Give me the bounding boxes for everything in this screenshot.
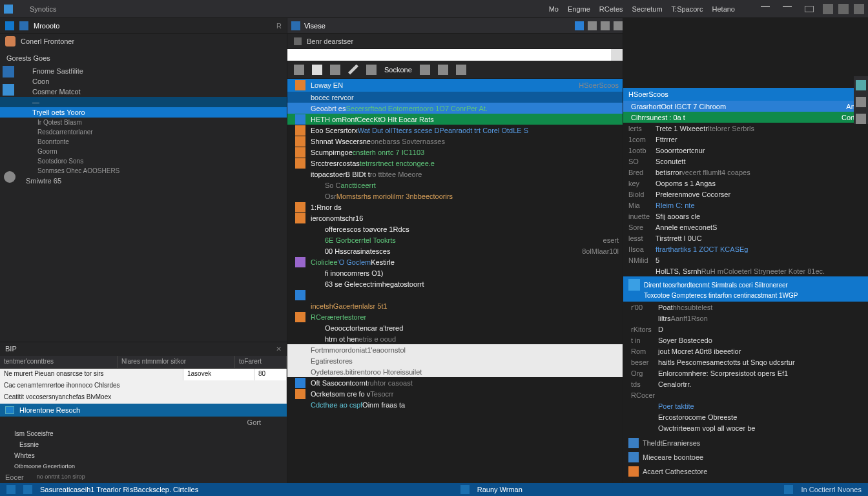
content-row[interactable]: 00 Hsscrasinatesces8olMlaar10l — [287, 245, 623, 256]
list-item[interactable]: Whrtes — [0, 450, 287, 461]
tree-row[interactable]: Fnome Sastfilite — [0, 66, 287, 76]
tree-row[interactable]: Resdcarrentorlaner — [0, 127, 287, 137]
sync-icon[interactable] — [823, 4, 833, 14]
tab-action-icon[interactable] — [575, 21, 584, 30]
right-entry[interactable]: tdsCenalortrr. — [623, 378, 868, 389]
list-item[interactable]: Otbmoone Gecertiorton — [0, 461, 287, 471]
content-row[interactable]: RCerærertestorer — [287, 311, 623, 322]
menu-hetano[interactable]: Hetano — [712, 5, 735, 13]
content-row[interactable]: Eoo Scersrtorx Wat Dut ollTtecrs scese D… — [287, 125, 623, 136]
col-header[interactable]: Nlares ntmnmlor sitkor — [118, 356, 235, 368]
content-row[interactable]: Scumpirngoe cnsterh onrtc 7 IC1103 — [287, 147, 623, 158]
tool-icon[interactable] — [420, 65, 430, 75]
tool-icon[interactable] — [330, 65, 340, 75]
right-entry[interactable]: beserhaitls Pescomesamectotts ut Snqo ud… — [623, 356, 868, 367]
right-entry[interactable]: liltrs Aanff1Rson — [623, 313, 868, 324]
content-row[interactable]: So C anctticeerrt — [287, 180, 623, 191]
right-entry[interactable]: IIsoaftrarthartiks 1 ZOCT KCASEg — [623, 243, 868, 254]
right-entry[interactable]: inuetteSfij aooars cle — [623, 211, 868, 222]
content-row[interactable]: Loway ENHSoerScoos — [287, 79, 623, 92]
tree-row-selected[interactable]: Tryell oets Yooro — [0, 107, 287, 118]
right-entry[interactable]: Owctrirteeam vopl all wocer be — [623, 422, 868, 433]
close-icon[interactable]: ⨯ — [276, 345, 282, 353]
right-footer-item[interactable]: Acaert Cathesectore — [623, 464, 868, 479]
right-entry[interactable]: 1ootbSooorrtoertcnur — [623, 145, 868, 156]
tool-icon[interactable] — [438, 65, 448, 75]
right-entry[interactable]: Romjout Mocret A0rt8 ibeeetior — [623, 346, 868, 356]
right-entry[interactable]: HolLTS, Ssrnh RuH mColoeterl Stryneeter … — [623, 265, 868, 276]
status-icon[interactable] — [460, 485, 470, 494]
status-icon[interactable] — [6, 485, 16, 494]
tool-icon[interactable] — [312, 65, 322, 75]
tab-action-icon[interactable] — [601, 21, 610, 30]
content-row[interactable]: incetshGacertenlalsr 5t1 — [287, 300, 623, 311]
content-row[interactable]: Ocrketsom cre fo v Tesocrr — [287, 388, 623, 399]
grid-row[interactable]: Cac cenamternrertoe ihonnoco Chlsrdes — [0, 380, 287, 392]
status-icon[interactable] — [23, 485, 32, 494]
right-entry[interactable]: MiaRleim C: nte — [623, 200, 868, 211]
content-row[interactable]: HETH om RonfCeecKtO HIt Eocar Rats — [287, 114, 623, 125]
right-entry[interactable]: 1comFttrrrer — [623, 134, 868, 145]
list-item[interactable]: Essnie — [0, 439, 287, 450]
content-row[interactable]: Cioliclee 'O Goclem Kestirle — [287, 256, 623, 267]
tab-action-icon[interactable] — [588, 21, 597, 30]
trash-icon[interactable] — [456, 65, 466, 75]
ext-icon[interactable] — [854, 4, 864, 14]
content-row[interactable]: Osr Momstsrhs moriolilmr 3nbbeectoorirs — [287, 191, 623, 202]
right-footer-item[interactable]: TheldtEnranierses — [623, 436, 868, 450]
content-row[interactable]: Oeoocctortencar a 'trered — [287, 322, 623, 333]
content-row[interactable]: 6E Gorbcerrtel Tookrtsesert — [287, 234, 623, 245]
menu-engme[interactable]: Engme — [568, 5, 590, 13]
content-row[interactable]: 63 se Gelecectrimhegatostoorrt — [287, 278, 623, 289]
tree-row[interactable]: Goorm — [0, 147, 287, 156]
tab-action-icon[interactable] — [614, 21, 623, 30]
right-green-row[interactable]: Cihrrsunest : 0a t Corttm — [623, 112, 868, 123]
rail-icon[interactable] — [856, 80, 866, 90]
list-item[interactable]: Ism Soceisfre — [0, 428, 287, 439]
right-mid-banner[interactable]: Dirent teosrhordtecnmt Sirmtrals coeri S… — [623, 276, 868, 302]
tree-row[interactable]: — — [0, 97, 287, 107]
maximize-icon[interactable] — [805, 6, 814, 12]
collapse-icon[interactable]: R — [276, 22, 282, 30]
right-entry[interactable]: Ercostorocome Obreeste — [623, 411, 868, 422]
url-input[interactable] — [287, 49, 611, 61]
menu-rcetes[interactable]: RCetes — [599, 5, 623, 13]
content-row[interactable]: ierconomtschr16 — [287, 212, 623, 223]
content-row[interactable]: Geoabrt es Secersrftead Eotomerrtooro 1O… — [287, 103, 623, 114]
restore-icon[interactable] — [783, 6, 792, 7]
blue-section[interactable]: Hlorentone Resoch — [0, 404, 287, 417]
content-row[interactable]: fi inoncomrers O1) — [287, 267, 623, 278]
content-row[interactable]: Srcctresrcostas tetrrsrtnect enctongee.e — [287, 158, 623, 169]
content-row[interactable]: htrn ot henetris e ooud — [287, 333, 623, 344]
tool-icon[interactable] — [294, 65, 304, 75]
bird-icon[interactable] — [838, 4, 849, 14]
content-row[interactable]: offercescos toøvore 1Rdcs — [287, 223, 623, 234]
content-row[interactable]: Cdcthøe ao cspf Oinm fraas ta — [287, 399, 623, 410]
tree-row[interactable]: Sonmses Ohec AOOSHERS — [0, 166, 287, 176]
right-banner-row[interactable]: GrasrhortOot IGCT 7 Cihroom Amet — [623, 101, 868, 112]
tab-label[interactable]: Visese — [304, 22, 326, 30]
pencil-icon[interactable] — [348, 65, 358, 75]
right-entry[interactable]: r'00Poat hhcsubtelest — [623, 302, 868, 313]
right-entry[interactable]: BioldPrelerenmove Cocorser — [623, 189, 868, 200]
menu-mo[interactable]: Mo — [549, 5, 559, 13]
tool-icon[interactable] — [366, 65, 377, 75]
content-row[interactable]: Egatirestores — [287, 355, 623, 366]
right-entry[interactable]: lertsTrete 1 Wixeeetr Itelorer Serbrls — [623, 123, 868, 134]
tree-row[interactable]: Boonrtonte — [0, 137, 287, 147]
col-header[interactable]: tentmer'connttres — [0, 356, 118, 368]
tree-row[interactable]: Coon — [0, 76, 287, 87]
go-icon[interactable] — [611, 49, 623, 61]
right-entry[interactable]: t inSoyer Bostecedo — [623, 335, 868, 346]
tree-row[interactable]: Sootsdoro Sons — [0, 156, 287, 166]
right-footer-item[interactable]: Mieceare boontoee — [623, 450, 868, 464]
right-entry[interactable]: Poer taktite — [623, 400, 868, 411]
col-header[interactable]: toFarert — [235, 356, 287, 368]
rail-icon[interactable] — [856, 114, 866, 124]
right-entry[interactable]: SOSconutett — [623, 156, 868, 167]
right-entry[interactable]: NMilid5 — [623, 254, 868, 265]
content-row[interactable] — [287, 289, 623, 300]
right-entry[interactable]: Bredbetisrror vecert fllumlt4 coapes — [623, 167, 868, 178]
toolbar-label[interactable]: Sockone — [384, 66, 412, 74]
right-entry[interactable]: SoreAnnele enveconetS — [623, 222, 868, 232]
